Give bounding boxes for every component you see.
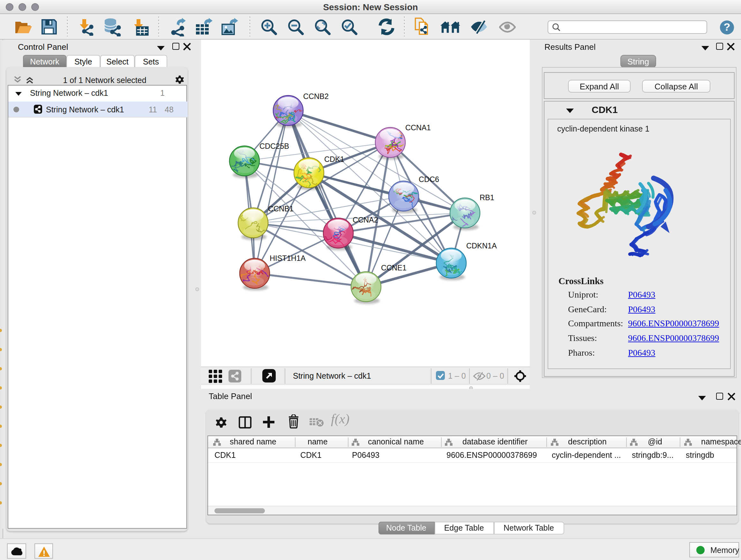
svg-text:CCNB1: CCNB1: [268, 205, 293, 213]
svg-text:RB1: RB1: [480, 193, 494, 202]
svg-text:CCNA2: CCNA2: [353, 216, 378, 224]
svg-text:CCNB2: CCNB2: [303, 92, 329, 101]
svg-text:CDKN1A: CDKN1A: [466, 242, 497, 250]
svg-text:HIST1H1A: HIST1H1A: [270, 254, 306, 262]
svg-text:CDC6: CDC6: [419, 175, 439, 184]
svg-text:CCNE1: CCNE1: [381, 264, 407, 272]
svg-text:CDK1: CDK1: [324, 155, 344, 164]
svg-text:CDC25B: CDC25B: [259, 142, 289, 150]
svg-text:CCNA1: CCNA1: [405, 124, 431, 132]
